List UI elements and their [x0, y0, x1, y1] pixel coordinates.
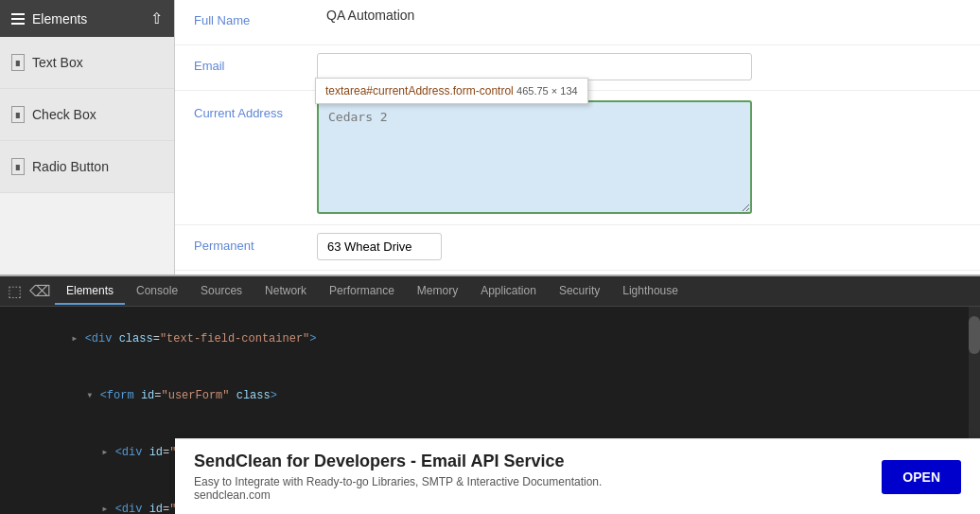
address-label: Current Address: [194, 100, 317, 120]
fullname-value-wrap: QA Automation: [317, 8, 961, 23]
top-section: Elements ⇧ ∎ Text Box ∎ Check Box ∎ Radi…: [0, 0, 980, 275]
email-input[interactable]: [317, 53, 752, 80]
fullname-row: Full Name QA Automation: [175, 0, 980, 45]
devtools-inspect-icon[interactable]: ⬚: [4, 280, 26, 302]
tooltip-box: textarea#currentAddress.form-control 465…: [315, 78, 588, 104]
radiobutton-icon: ∎: [11, 158, 25, 175]
textbox-label: Text Box: [32, 55, 83, 70]
tooltip-size: 465.75 × 134: [516, 85, 578, 97]
hamburger-icon: [11, 13, 25, 25]
scrollbar-thumb[interactable]: [969, 316, 980, 354]
fullname-label: Full Name: [194, 8, 317, 27]
devtools-device-icon[interactable]: ⌫: [26, 280, 55, 302]
ad-subtitle: Easy to Integrate with Ready-to-go Libra…: [194, 475, 863, 502]
ad-title: SendClean for Developers - Email API Ser…: [194, 452, 863, 471]
element-item-textbox[interactable]: ∎ Text Box: [0, 37, 174, 89]
tab-network[interactable]: Network: [254, 278, 318, 305]
devtools-tabs: ⬚ ⌫ Elements Console Sources Network Per…: [0, 276, 980, 307]
tab-security[interactable]: Security: [548, 278, 611, 305]
element-item-radiobutton[interactable]: ∎ Radio Button: [0, 141, 174, 193]
tab-elements[interactable]: Elements: [55, 278, 125, 305]
radiobutton-label: Radio Button: [32, 159, 109, 174]
fullname-value: QA Automation: [317, 2, 424, 28]
elements-panel: Elements ⇧ ∎ Text Box ∎ Check Box ∎ Radi…: [0, 0, 175, 275]
tab-sources[interactable]: Sources: [189, 278, 254, 305]
email-input-wrap: [317, 53, 961, 80]
current-address-textarea[interactable]: [317, 100, 752, 214]
tab-performance[interactable]: Performance: [318, 278, 406, 305]
tab-console[interactable]: Console: [125, 278, 189, 305]
permanent-select-wrap: 63 Wheat Drive: [317, 233, 961, 260]
permanent-select[interactable]: 63 Wheat Drive: [317, 233, 442, 260]
code-line-2: ▾ <form id="userForm" class>: [8, 367, 972, 424]
code-line-1: ▸ <div class="text-field-container">: [8, 310, 972, 367]
checkbox-label: Check Box: [32, 107, 96, 122]
elements-header: Elements ⇧: [0, 0, 174, 37]
checkbox-icon: ∎: [11, 106, 25, 123]
permanent-row: Permanent 63 Wheat Drive: [175, 225, 980, 271]
ad-content: SendClean for Developers - Email API Ser…: [194, 452, 863, 502]
tab-lighthouse[interactable]: Lighthouse: [611, 278, 690, 305]
tab-memory[interactable]: Memory: [406, 278, 469, 305]
permanent-label: Permanent: [194, 233, 317, 253]
element-item-checkbox[interactable]: ∎ Check Box: [0, 89, 174, 141]
address-textarea-wrap: [317, 100, 961, 217]
tab-application[interactable]: Application: [469, 278, 548, 305]
textbox-icon: ∎: [11, 54, 25, 71]
elements-panel-title: Elements: [32, 11, 87, 27]
upload-icon: ⇧: [150, 9, 163, 27]
tooltip-selector: textarea#currentAddress.form-control: [325, 84, 514, 97]
ad-open-button[interactable]: OPEN: [882, 460, 961, 494]
ad-banner: SendClean for Developers - Email API Ser…: [175, 438, 980, 514]
address-row: Current Address: [175, 91, 980, 225]
form-area: Full Name QA Automation Email Current Ad…: [175, 0, 980, 275]
email-label: Email: [194, 53, 317, 73]
